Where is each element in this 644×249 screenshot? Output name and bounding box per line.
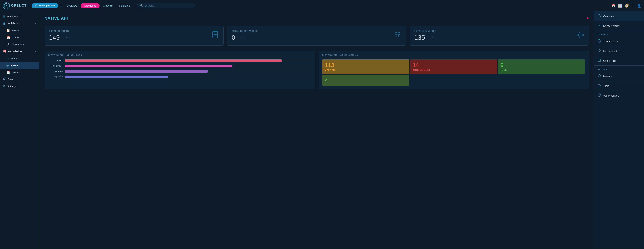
dist-card-relations: DISTRIBUTION OF RELATIONS 113 Malware 14… <box>318 50 589 89</box>
arrow-icon3: → <box>429 36 431 39</box>
sidebar-item-label: Settings <box>7 85 16 88</box>
threats-icon: ⚠ <box>6 57 9 60</box>
page-title: NATIVE API <box>44 16 68 21</box>
arrow-icon2: → <box>239 36 241 39</box>
tab-overview[interactable]: Overview <box>64 3 80 8</box>
bar-track-mcafee <box>65 70 311 73</box>
top-navigation: OPENCTI 🔗 Attack patterns › Overview Kno… <box>0 0 644 12</box>
sidebar-item-label: Data <box>8 78 13 81</box>
sidebar-item-settings[interactable]: ⚙ Settings <box>0 83 39 90</box>
bar-row-kaspersky: Kaspersky <box>48 76 311 78</box>
overview-panel-icon <box>598 14 601 18</box>
badge-value2: 0 <box>242 36 243 39</box>
entities-icon: 📑 <box>6 71 10 74</box>
data-icon: 🗄 <box>3 78 6 81</box>
right-panel-item-campaigns[interactable]: Campaigns <box>594 56 644 66</box>
breadcrumb-label: Attack patterns <box>38 4 56 7</box>
sidebar-item-knowledge[interactable]: 🧠 Knowledge ∧ <box>0 48 39 55</box>
rel-cell-small: 2 <box>322 75 410 86</box>
svg-point-7 <box>398 32 400 34</box>
dashboard-icon: ⊞ <box>3 15 5 18</box>
settings-icon: ⚙ <box>3 84 6 88</box>
observables-icon <box>394 31 402 40</box>
knowledge-icon: 🧠 <box>3 50 6 53</box>
stat-value-reports: 149 <box>49 34 60 42</box>
bar-track-trendmicro <box>65 65 311 67</box>
stat-value-observables: 0 <box>232 34 235 42</box>
stat-card-left-relations: TOTAL RELATIONS 135 → 0 <box>414 30 436 42</box>
sidebar-item-entities[interactable]: 📑 Entities <box>0 69 39 76</box>
svg-point-12 <box>580 37 581 38</box>
tab-indicators[interactable]: Indicators <box>116 3 133 8</box>
sidebar-item-arsenal[interactable]: ◈ Arsenal <box>0 62 39 69</box>
sidebar: ⊞ Dashboard ◉ Activities ∧ 📋 Analysis 📅 … <box>0 12 40 249</box>
rel-label-tool: Tool <box>500 69 507 71</box>
sidebar-item-activities[interactable]: ◉ Activities ∧ <box>0 20 39 27</box>
dist-relations-label: DISTRIBUTION OF RELATIONS <box>322 54 585 56</box>
svg-point-16 <box>598 25 599 26</box>
tab-knowledge[interactable]: Knowledge <box>81 3 100 8</box>
observations-icon: 🔭 <box>6 43 10 46</box>
sidebar-item-analysis[interactable]: 📋 Analysis <box>0 27 39 34</box>
calendar-icon[interactable]: 📅 <box>611 4 615 8</box>
relations-icon <box>576 31 584 40</box>
stat-badge-reports: → 0 <box>62 36 70 40</box>
right-panel-item-overview[interactable]: Overview <box>594 12 644 21</box>
right-panel-label-malware: Malware <box>603 75 613 78</box>
stat-badge-relations: → 0 <box>427 36 435 40</box>
sidebar-item-observations[interactable]: 🔭 Observations <box>0 41 39 48</box>
stat-card-observables: TOTAL OBSERVABLES 0 → 0 <box>227 26 406 46</box>
rel-value-small: 2 <box>325 78 327 82</box>
stat-card-relations: TOTAL RELATIONS 135 → 0 <box>410 26 589 46</box>
bar-label-eset: ESET <box>48 60 62 62</box>
tab-analysis[interactable]: Analysis <box>100 3 116 8</box>
relations-grid: 113 Malware 14 Intrusion Set 6 Tool 2 <box>322 60 585 86</box>
search-icon: 🔍 <box>140 4 143 7</box>
right-panel-item-threat-actors[interactable]: Threat actors <box>594 36 644 46</box>
compass-icon[interactable]: 🧭 <box>625 4 629 8</box>
stat-value-relations: 135 <box>414 34 425 42</box>
sidebar-item-events[interactable]: 📅 Events <box>0 34 39 41</box>
right-panel-label-intrusion-sets: Intrusion sets <box>603 50 618 52</box>
add-icon[interactable]: + <box>586 16 589 21</box>
stat-value-row-reports: 149 → 0 <box>49 34 70 42</box>
chart-icon[interactable]: 📊 <box>618 4 622 8</box>
right-panel-item-vulnerabilities[interactable]: Vulnerabilities <box>594 91 644 100</box>
sidebar-item-data[interactable]: 🗄 Data <box>0 76 39 83</box>
badge-value3: 0 <box>432 36 433 39</box>
right-panel-label-threat-actors: Threat actors <box>603 40 618 43</box>
breadcrumb-button[interactable]: 🔗 Attack patterns <box>32 3 58 8</box>
bar-track-eset <box>65 60 311 62</box>
rel-cell-tool: 6 Tool <box>498 60 585 74</box>
user-icon[interactable]: 👤 <box>637 4 641 8</box>
nav-tabs: Overview Knowledge Analysis Indicators <box>64 3 132 8</box>
logo-text: OPENCTI <box>11 4 28 8</box>
sidebar-item-label: Entities <box>12 71 20 74</box>
opencti-logo <box>3 2 10 9</box>
arsenal-icon: ◈ <box>6 64 8 67</box>
stat-label-relations: TOTAL RELATIONS <box>414 30 436 32</box>
bar-fill-mcafee <box>65 70 208 73</box>
rel-cell-malware: 113 Malware <box>322 60 410 74</box>
page-header: NATIVE API ⋮ + <box>44 16 589 21</box>
arrow-icon: → <box>64 36 66 39</box>
logo-area: OPENCTI <box>3 2 28 9</box>
search-input[interactable] <box>145 4 192 7</box>
right-panel-item-related[interactable]: Related entities <box>594 21 644 31</box>
svg-point-8 <box>396 35 399 37</box>
sidebar-item-threats[interactable]: ⚠ Threats <box>0 55 39 62</box>
right-panel-item-tools[interactable]: Tools <box>594 81 644 91</box>
svg-point-36 <box>599 96 600 96</box>
stat-badge-observables: → 0 <box>237 36 245 40</box>
analysis-icon: 📋 <box>6 29 10 32</box>
right-panel-item-intrusion-sets[interactable]: Intrusion sets <box>594 46 644 56</box>
campaigns-icon <box>598 58 601 63</box>
svg-marker-20 <box>598 49 600 52</box>
search-bar[interactable]: 🔍 <box>137 3 194 8</box>
svg-point-6 <box>395 32 397 34</box>
upload-icon[interactable]: ⬆ <box>632 4 634 8</box>
right-panel-label-overview: Overview <box>603 15 614 18</box>
right-panel-item-malware[interactable]: Malware <box>594 72 644 81</box>
more-options-icon[interactable]: ⋮ <box>70 16 74 20</box>
sidebar-item-dashboard[interactable]: ⊞ Dashboard <box>0 13 39 20</box>
